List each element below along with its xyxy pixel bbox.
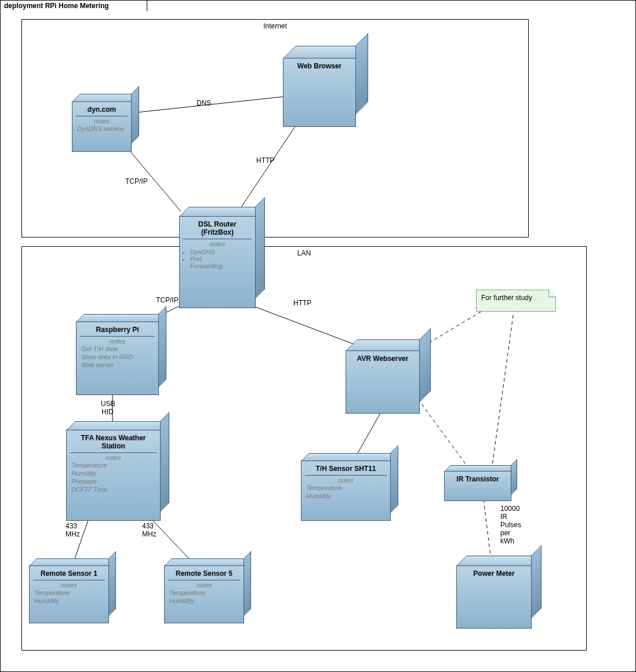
node-dyn-noteshd: notes: [72, 118, 131, 125]
label-ir1: 10000: [500, 505, 519, 513]
label-http1: HTTP: [256, 156, 274, 165]
label-usb: USB: [101, 400, 115, 408]
label-mhza: MHz: [66, 530, 80, 538]
label-433a: 433: [66, 522, 77, 530]
node-rpi-title: Raspberry Pi: [77, 322, 158, 335]
node-router-title1: DSL Router: [180, 217, 255, 228]
frame-tab: deployment RPi Home Metering: [0, 0, 147, 12]
node-rpi-n1: Get T/H data: [77, 345, 158, 353]
label-hid: HID: [101, 408, 114, 416]
uml-note: For further study: [476, 290, 556, 312]
node-rs1-noteshd: notes: [30, 582, 108, 589]
node-rs5-title: Remote Sensor 5: [165, 566, 244, 579]
node-router-title2: (FritzBox): [180, 228, 255, 238]
node-rs1: Remote Sensor 1 notes Temperature Humidi…: [29, 558, 117, 623]
node-browser-title: Web Browser: [284, 59, 355, 71]
node-router-li3: Forwarding: [190, 262, 255, 269]
node-dyn: dyn.com notes DynDNS service: [72, 94, 140, 152]
node-avr-title: AVR Webserver: [346, 351, 419, 364]
node-sht-title: T/H Sensor SHT11: [301, 461, 390, 474]
node-ir: IR Transistor: [444, 465, 518, 501]
node-dyn-title: dyn.com: [72, 102, 131, 115]
label-ir5: kWh: [500, 537, 514, 545]
node-rs5-n2: Humidity: [165, 597, 244, 605]
node-rs5-n1: Temperature: [165, 589, 244, 597]
node-tfa-noteshd: notes: [67, 454, 160, 461]
region-lan-title: LAN: [297, 249, 311, 257]
label-mhzb: MHz: [142, 530, 157, 538]
node-dyn-n1: DynDNS service: [72, 125, 131, 133]
node-rpi: Raspberry Pi notes Get T/H data Store da…: [76, 314, 168, 395]
frame-title: deployment RPi Home Metering: [4, 2, 109, 10]
node-rs1-n1: Temperature: [30, 589, 108, 597]
node-rs1-n2: Humidity: [30, 597, 108, 605]
note-text: For further study: [477, 290, 555, 305]
label-dns: DNS: [197, 99, 211, 107]
node-sht-n1: Temperature: [301, 484, 390, 492]
node-tfa-title1: TFA Nexus Weather: [67, 430, 160, 442]
node-sht: T/H Sensor SHT11 notes Temperature Humid…: [301, 453, 399, 521]
node-sht-noteshd: notes: [301, 477, 390, 484]
label-ir2: IR: [500, 513, 507, 521]
note-fold-icon: [548, 290, 556, 297]
node-tfa-title2: Station: [67, 442, 160, 451]
node-ir-title: IR Transistor: [445, 472, 511, 484]
node-tfa-n2: Humidity: [67, 469, 160, 477]
node-rpi-n2: Store data in RRD: [77, 353, 158, 361]
label-ir3: Pulses: [500, 521, 521, 529]
node-pm: Power Meter: [456, 556, 543, 629]
label-http2: HTTP: [293, 299, 311, 307]
node-tfa-n3: Pressure: [67, 477, 160, 485]
node-router-noteshd: notes: [180, 240, 255, 247]
label-ir4: per: [500, 529, 510, 537]
node-sht-n2: Humidity: [301, 492, 390, 500]
label-tcpip2: TCP/IP: [156, 296, 179, 304]
node-router-li1: DynDNS: [190, 249, 255, 255]
node-rs5: Remote Sensor 5 notes Temperature Humidi…: [164, 558, 252, 623]
node-rs1-title: Remote Sensor 1: [30, 566, 108, 579]
node-avr: AVR Webserver: [346, 339, 433, 414]
label-tcpip1: TCP/IP: [125, 177, 148, 185]
node-rs5-noteshd: notes: [165, 582, 244, 589]
node-router: DSL Router (FritzBox) notes DynDNS Port …: [179, 207, 266, 308]
node-rpi-n3: Web server: [77, 361, 158, 369]
region-internet-title: Internet: [263, 22, 287, 30]
node-router-li2: Port: [190, 255, 255, 262]
node-tfa-n1: Temperature: [67, 461, 160, 469]
node-browser: Web Browser: [283, 46, 370, 127]
node-tfa: TFA Nexus Weather Station notes Temperat…: [66, 421, 170, 521]
node-tfa-n4: DCF77 Time: [67, 485, 160, 494]
node-pm-title: Power Meter: [457, 566, 531, 579]
diagram-canvas: deployment RPi Home Metering Internet LA…: [0, 0, 636, 672]
label-433b: 433: [142, 522, 154, 530]
node-rpi-noteshd: notes: [77, 338, 158, 345]
